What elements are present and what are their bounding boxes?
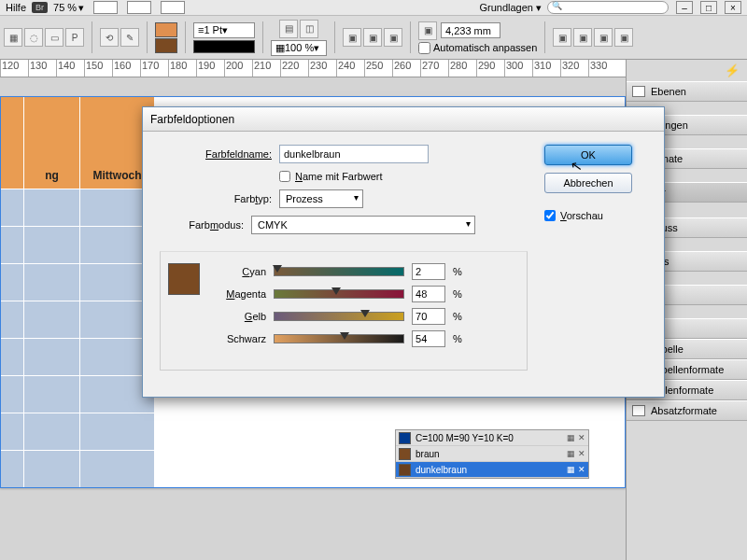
yellow-slider[interactable] <box>274 312 404 321</box>
swatch-row[interactable]: C=100 M=90 Y=10 K=0▦ ✕ <box>396 430 588 446</box>
swatch-name: braun <box>416 449 562 459</box>
magenta-value-input[interactable] <box>412 286 445 302</box>
swatch-type-icon: ▦ ✕ <box>567 465 585 474</box>
swatch-name-input[interactable] <box>279 145 429 163</box>
fit-content-icon[interactable]: ▣ <box>553 28 571 47</box>
panel-icon <box>632 86 645 97</box>
bridge-button[interactable]: Br <box>32 2 48 13</box>
panel-tab[interactable]: Absatzformate <box>627 400 747 421</box>
direct-select-icon[interactable]: ◌ <box>24 28 43 47</box>
color-type-combo[interactable]: Prozess <box>279 189 363 208</box>
horizontal-ruler: 1201301401501601701801902002102202302402… <box>0 60 626 77</box>
swatch-color-icon <box>399 448 411 460</box>
scale-field[interactable]: ▦ 100 % ▾ <box>271 40 327 56</box>
opacity-icon[interactable]: ◫ <box>300 20 318 38</box>
menu-bar: Hilfe Br 75 % ▾ Grundlagen ▾ – □ × <box>0 0 747 16</box>
swatch-options-dialog: Farbfeldoptionen Farbfeldname: Name mit … <box>142 106 665 398</box>
name-with-value-checkbox[interactable]: Name mit Farbwert <box>279 171 383 182</box>
swatch-name: dunkelbraun <box>416 465 562 475</box>
percent-sign: % <box>453 333 462 344</box>
cancel-button[interactable]: Abbrechen <box>544 173 632 193</box>
auto-fit-checkbox[interactable]: Automatisch anpassen <box>418 42 537 54</box>
color-type-label: Farbtyp: <box>160 193 272 204</box>
stroke-swatch[interactable] <box>155 38 177 53</box>
fill-frame-icon[interactable]: ▣ <box>614 28 633 47</box>
search-input[interactable] <box>547 1 669 14</box>
swatch-type-icon: ▦ ✕ <box>567 449 585 458</box>
swatch-color-icon <box>399 464 411 476</box>
preview-checkbox[interactable]: Vorschau <box>544 210 603 221</box>
control-toolbar: ▦ ◌ ▭ P ⟲ ✎ ≡ 1 Pt ▾ ▤◫ ▦ 100 % ▾ ▣ ▣ ▣ … <box>0 16 747 60</box>
panel-label: Absatzformate <box>651 405 717 416</box>
swatch-name: C=100 M=90 Y=10 K=0 <box>416 433 562 443</box>
view-options-icon[interactable] <box>127 1 151 14</box>
wrap-shape-icon[interactable]: ▣ <box>384 28 402 47</box>
wrap-bound-icon[interactable]: ▣ <box>363 28 382 47</box>
percent-sign: % <box>453 266 462 277</box>
color-mode-combo[interactable]: CMYK <box>251 216 475 234</box>
color-mode-label: Farbmodus: <box>160 219 244 231</box>
magenta-slider[interactable] <box>274 289 404 299</box>
percent-sign: % <box>453 311 462 322</box>
screen-mode-icon[interactable] <box>93 1 118 14</box>
page-tool-icon[interactable]: ▭ <box>45 28 63 47</box>
color-sliders-group: Cyan % Magenta % Gelb <box>160 251 528 371</box>
arrange-icon[interactable] <box>161 1 185 14</box>
cyan-value-input[interactable] <box>412 263 445 280</box>
fit-frame-icon[interactable]: ▣ <box>573 28 592 47</box>
swatches-panel[interactable]: C=100 M=90 Y=10 K=0▦ ✕braun▦ ✕dunkelbrau… <box>395 429 589 479</box>
dialog-title: Farbfeldoptionen <box>143 107 664 132</box>
swatch-color-icon <box>399 432 411 444</box>
yellow-value-input[interactable] <box>412 308 445 325</box>
workspace-switcher[interactable]: Grundlagen ▾ <box>479 2 542 14</box>
name-label: Farbfeldname: <box>160 148 272 160</box>
percent-sign: % <box>453 288 462 300</box>
swatch-row[interactable]: dunkelbraun▦ ✕ <box>396 462 588 478</box>
cyan-slider[interactable] <box>274 267 404 276</box>
stroke-weight-field[interactable]: ≡ 1 Pt ▾ <box>193 22 255 38</box>
fill-stroke-swatch[interactable] <box>155 22 177 53</box>
panel-bolt-icon[interactable]: ⚡ <box>627 60 747 81</box>
panel-tab[interactable]: Ebenen <box>627 81 747 102</box>
center-content-icon[interactable]: ▣ <box>594 28 613 47</box>
wrap-none-icon[interactable]: ▣ <box>343 28 361 47</box>
anchor-tool-icon[interactable]: ⟲ <box>100 28 119 47</box>
ok-button[interactable]: OK <box>544 145 632 165</box>
day-header: ng <box>24 162 80 189</box>
fill-swatch[interactable] <box>155 22 177 37</box>
color-preview-swatch <box>168 263 200 295</box>
close-button[interactable]: × <box>725 1 741 14</box>
panel-label: Ebenen <box>651 86 686 97</box>
black-slider[interactable] <box>274 334 404 343</box>
link-tool-icon[interactable]: ✎ <box>120 28 139 47</box>
selection-tool-icon[interactable]: ▦ <box>4 28 22 47</box>
stroke-style-field[interactable] <box>193 40 255 53</box>
swatch-row[interactable]: braun▦ ✕ <box>396 446 588 462</box>
zoom-level[interactable]: 75 % ▾ <box>53 2 84 14</box>
frame-crop-icon[interactable]: ▣ <box>418 21 437 40</box>
swatch-type-icon: ▦ ✕ <box>567 433 585 442</box>
minimize-button[interactable]: – <box>676 1 693 14</box>
type-tool-icon[interactable]: P <box>65 28 84 47</box>
fx-icon[interactable]: ▤ <box>279 20 298 38</box>
frame-width-field[interactable]: 4,233 mm <box>441 22 500 38</box>
black-value-input[interactable] <box>412 330 445 347</box>
panel-icon <box>632 405 645 416</box>
maximize-button[interactable]: □ <box>700 1 717 14</box>
menu-help[interactable]: Hilfe <box>6 2 26 13</box>
